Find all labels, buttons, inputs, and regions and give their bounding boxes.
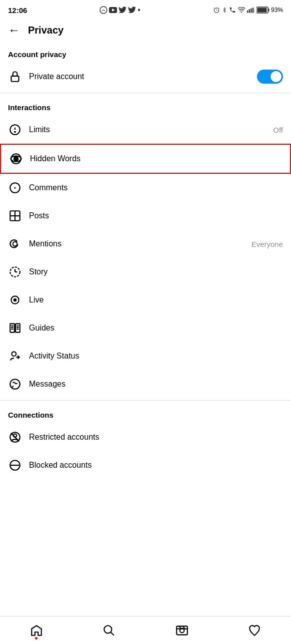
signal-phone-icon — [229, 7, 236, 14]
lock-icon — [8, 70, 22, 84]
divider-1 — [0, 93, 291, 93]
battery-percentage: 93% — [271, 7, 283, 14]
menu-item-activity-status[interactable]: Activity Status — [0, 342, 291, 370]
search-icon — [102, 623, 116, 637]
alarm-icon — [213, 7, 220, 14]
hidden-words-icon — [9, 152, 23, 166]
header: ← Privacy — [0, 18, 291, 42]
page-content: Account privacy Private account Interact… — [0, 42, 291, 509]
youtube-icon — [109, 7, 117, 13]
comments-label: Comments — [29, 183, 283, 192]
page-title: Privacy — [28, 25, 64, 36]
svg-rect-7 — [250, 9, 252, 13]
bottom-nav — [0, 616, 291, 644]
messages-icon — [8, 377, 22, 391]
menu-item-guides[interactable]: Guides — [0, 314, 291, 342]
svg-point-18 — [14, 157, 18, 161]
story-icon — [8, 265, 22, 279]
svg-rect-12 — [257, 8, 266, 13]
section-account-privacy: Account privacy — [0, 42, 291, 63]
menu-item-private-account[interactable]: Private account — [0, 63, 291, 91]
svg-line-41 — [12, 386, 14, 387]
blocked-accounts-label: Blocked accounts — [29, 461, 283, 470]
menu-item-mentions[interactable]: Mentions Everyone — [0, 230, 291, 258]
menu-item-limits[interactable]: Limits Off — [0, 116, 291, 144]
svg-rect-8 — [252, 8, 254, 13]
nav-home[interactable] — [20, 619, 54, 641]
guides-icon — [8, 321, 22, 335]
restricted-accounts-icon — [8, 430, 22, 444]
status-bar: 12:06 • 93% — [0, 0, 291, 18]
limits-label: Limits — [29, 125, 273, 134]
svg-rect-9 — [254, 9, 255, 13]
nav-search[interactable] — [92, 619, 126, 641]
menu-item-messages[interactable]: Messages — [0, 370, 291, 398]
reels-icon — [175, 623, 189, 637]
mentions-value: Everyone — [252, 240, 283, 248]
menu-item-live[interactable]: Live — [0, 286, 291, 314]
menu-item-posts[interactable]: Posts — [0, 202, 291, 230]
activity-status-icon — [8, 349, 22, 363]
svg-line-48 — [111, 632, 114, 635]
home-icon — [30, 623, 44, 637]
limits-icon — [8, 123, 22, 137]
limits-value: Off — [273, 126, 283, 134]
bluetooth-icon — [222, 7, 228, 14]
svg-point-47 — [104, 625, 112, 633]
svg-point-4 — [241, 12, 242, 13]
svg-rect-13 — [11, 76, 18, 82]
hidden-words-label: Hidden Words — [30, 154, 282, 163]
mentions-label: Mentions — [29, 239, 252, 248]
menu-item-story[interactable]: Story — [0, 258, 291, 286]
svg-point-16 — [14, 131, 16, 132]
svg-rect-6 — [249, 9, 250, 13]
signal-bars-icon — [247, 7, 255, 13]
svg-point-24 — [13, 242, 18, 246]
twitter2-icon — [128, 7, 136, 14]
story-label: Story — [29, 267, 283, 276]
private-account-label: Private account — [29, 72, 257, 81]
svg-rect-5 — [247, 11, 248, 13]
mentions-icon — [8, 237, 22, 251]
status-right-icons: 93% — [213, 7, 283, 14]
guides-label: Guides — [29, 324, 283, 333]
activity-status-label: Activity Status — [29, 352, 283, 361]
menu-item-blocked-accounts[interactable]: Blocked accounts — [0, 451, 291, 479]
svg-rect-49 — [176, 626, 188, 634]
restricted-accounts-label: Restricted accounts — [29, 433, 283, 442]
back-button[interactable]: ← — [8, 23, 20, 37]
snap-icon — [100, 6, 108, 14]
menu-item-comments[interactable]: Comments — [0, 174, 291, 202]
svg-point-29 — [14, 299, 16, 301]
status-time: 12:06 — [8, 6, 27, 15]
private-account-toggle[interactable] — [257, 70, 283, 84]
live-label: Live — [29, 295, 283, 304]
section-interactions: Interactions — [0, 95, 291, 116]
home-notification-dot — [35, 637, 38, 639]
section-connections: Connections — [0, 403, 291, 423]
dot-separator: • — [138, 6, 140, 15]
posts-label: Posts — [29, 211, 283, 220]
status-app-icons: • — [100, 6, 140, 15]
wifi-icon — [238, 7, 246, 13]
blocked-accounts-icon — [8, 458, 22, 472]
nav-activity[interactable] — [238, 619, 272, 641]
nav-reels[interactable] — [165, 619, 199, 641]
comments-icon — [8, 181, 22, 195]
battery-icon — [256, 7, 270, 14]
svg-point-20 — [14, 187, 15, 188]
svg-rect-11 — [268, 9, 269, 12]
svg-point-40 — [10, 379, 20, 389]
posts-icon — [8, 209, 22, 223]
menu-item-restricted-accounts[interactable]: Restricted accounts — [0, 423, 291, 451]
svg-point-38 — [12, 352, 16, 356]
svg-point-44 — [14, 434, 17, 438]
twitter-icon — [118, 7, 126, 14]
messages-label: Messages — [29, 380, 283, 389]
heart-icon — [248, 623, 262, 637]
divider-2 — [0, 400, 291, 401]
menu-item-hidden-words[interactable]: Hidden Words — [0, 144, 291, 174]
live-icon — [8, 293, 22, 307]
